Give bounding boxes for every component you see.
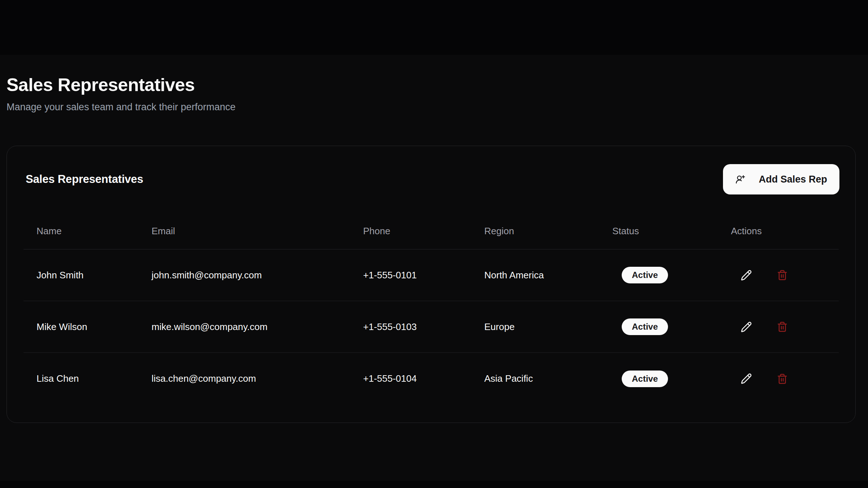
status-badge: Active [622,371,668,387]
rep-email: lisa.chen@company.com [152,373,363,384]
status-cell: Active [612,371,668,387]
add-sales-rep-label: Add Sales Rep [759,174,827,185]
rep-name: John Smith [37,270,152,281]
trash-icon [777,321,788,332]
bottom-chrome-band [0,481,868,488]
edit-button[interactable] [738,267,754,283]
delete-button[interactable] [774,371,790,387]
card-title: Sales Representatives [26,173,143,186]
page-subtitle: Manage your sales team and track their p… [7,100,861,114]
column-header-email: Email [152,224,363,238]
rep-phone: +1-555-0103 [363,321,484,333]
rep-name: Lisa Chen [37,373,152,384]
status-badge: Active [622,318,668,335]
trash-icon [777,373,788,384]
user-plus-icon [735,175,745,184]
column-header-name: Name [37,224,152,238]
rep-region: Asia Pacific [484,373,612,384]
delete-button[interactable] [774,267,790,283]
actions-cell [731,319,839,335]
delete-button[interactable] [774,319,790,335]
column-header-actions: Actions [731,224,839,238]
trash-icon [777,270,788,281]
edit-button[interactable] [738,371,754,387]
add-sales-rep-button[interactable]: Add Sales Rep [723,164,839,194]
card-header: Sales Representatives Add Sales Rep [7,146,855,194]
column-header-status: Status [612,224,731,238]
pencil-icon [741,270,752,281]
sales-reps-table: Name Email Phone Region Status Actions J… [7,194,855,404]
page-title: Sales Representatives [7,0,861,96]
status-badge: Active [622,267,668,283]
column-header-phone: Phone [363,224,484,238]
table-header-row: Name Email Phone Region Status Actions [24,194,839,249]
edit-button[interactable] [738,319,754,335]
pencil-icon [741,373,752,384]
rep-email: mike.wilson@company.com [152,321,363,333]
column-header-region: Region [484,224,612,238]
sales-reps-card: Sales Representatives Add Sales Rep Name… [7,146,856,423]
actions-cell [731,371,839,387]
table-row: Lisa Chen lisa.chen@company.com +1-555-0… [24,353,839,404]
rep-phone: +1-555-0104 [363,373,484,384]
table-row: John Smith john.smith@company.com +1-555… [24,249,839,301]
rep-region: North America [484,270,612,281]
page-content: Sales Representatives Manage your sales … [0,0,868,423]
status-cell: Active [612,267,668,283]
status-cell: Active [612,318,668,335]
rep-phone: +1-555-0101 [363,270,484,281]
rep-region: Europe [484,321,612,333]
pencil-icon [741,321,752,333]
rep-name: Mike Wilson [37,321,152,333]
table-row: Mike Wilson mike.wilson@company.com +1-5… [24,301,839,353]
rep-email: john.smith@company.com [152,270,363,281]
actions-cell [731,267,839,283]
